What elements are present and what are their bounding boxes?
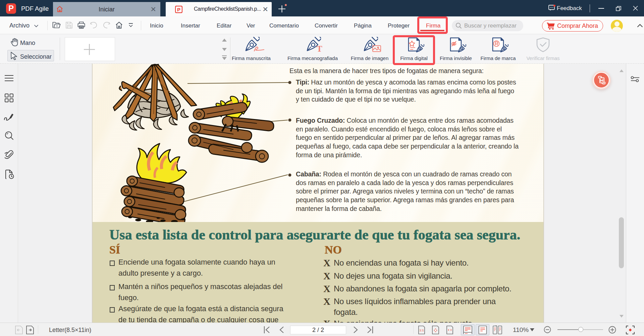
svg-text:P: P	[177, 7, 180, 12]
svg-text:1:1: 1:1	[419, 329, 424, 332]
